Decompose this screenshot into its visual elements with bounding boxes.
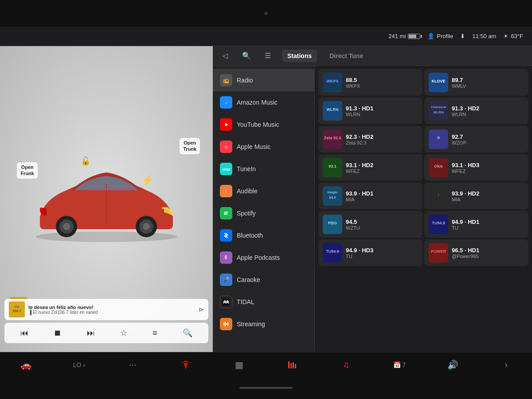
source-item-apple-music[interactable]: ♫Apple Music (213, 136, 314, 158)
source-icon-karaoke: 🎤 (220, 274, 232, 286)
source-item-youtube[interactable]: YouTube Music (213, 113, 314, 136)
station-card-wzop[interactable]: ✡92.7 WZOP (424, 126, 528, 153)
tab-direct-tune[interactable]: Direct Tune (324, 50, 368, 62)
station-card-klove[interactable]: KLOVE89.7 WMLV (424, 69, 528, 96)
svg-text:KLOVE: KLOVE (431, 79, 445, 83)
time-display: 11:50 am (472, 33, 496, 39)
open-frunk-button[interactable]: OpenFrunk (17, 162, 38, 179)
station-card-zeta[interactable]: Zeta 92.392.3 · HD2Zeta 92.3 (318, 126, 422, 153)
source-item-tunein[interactable]: TuneInTuneIn (213, 158, 314, 180)
station-frequency-wkpx: 88.5 (346, 77, 418, 83)
station-thumbnail: ZOL 106.7 (9, 301, 25, 317)
right-panel: ◁ 🔍 ☰ Stations Direct Tune 📻Radio♪Amazon… (213, 46, 532, 352)
source-item-tidal[interactable]: TIDAL (213, 291, 314, 313)
source-label-streaming: Streaming (237, 321, 265, 328)
station-logo-mia-hd2: ♪ (429, 186, 448, 206)
station-card-mia-hd1[interactable]: magic93.993.9 · HD1MIA (318, 183, 422, 209)
taskbar-grid-icon[interactable]: ▦ (231, 357, 247, 373)
cast-icon[interactable]: ⊳ (199, 306, 204, 313)
status-bar: 241 mi 👤 Profile ⬇ 11:50 am ☀ 63°F (0, 27, 532, 46)
source-item-bluetooth[interactable]: Bluetooth (213, 224, 314, 246)
station-info-wlrn-hd2: 91.3 · HD2WLRN (452, 105, 524, 117)
svg-text:Okie: Okie (434, 164, 443, 168)
stop-button[interactable]: ⏹ (50, 327, 65, 340)
next-button[interactable]: ⏭ (83, 327, 98, 340)
station-card-power965[interactable]: POWER96.5 · HD1@Power965 (424, 239, 528, 266)
station-card-mia-hd2[interactable]: ♪93.9 · HD2MIA (424, 183, 528, 209)
open-trunk-button[interactable]: OpenTrunk (180, 138, 200, 154)
station-name-wfez-hd3: WFEZ (452, 168, 524, 174)
media-body: 📻Radio♪Amazon MusicYouTube Music♫Apple M… (213, 66, 532, 352)
source-icon-amazon: ♪ (220, 96, 232, 109)
search-player-button[interactable]: 🔍 (179, 326, 196, 340)
station-frequency-zeta: 92.3 · HD2 (346, 133, 418, 140)
taskbar-apple-music-icon[interactable]: ♫ (338, 357, 354, 373)
tab-stations[interactable]: Stations (282, 50, 317, 62)
svg-text:📻: 📻 (223, 77, 229, 83)
player-controls: ⏮ ⏹ ⏭ ☆ ≡ 🔍 (4, 323, 208, 343)
station-card-tu-hd3[interactable]: TU94.994.9 · HD3TU (318, 239, 422, 266)
station-frequency-wztu: 94.5 (346, 219, 418, 225)
station-frequency-wlrn-hd1: 91.3 · HD1 (346, 105, 418, 112)
station-name-wlrn-hd2: WLRN (452, 112, 524, 117)
taskbar-music-icon[interactable] (285, 357, 301, 373)
station-card-wlrn-hd2[interactable]: ClassicalWLRN91.3 · HD2WLRN (424, 98, 528, 124)
media-list-button[interactable]: ☰ (261, 49, 275, 63)
svg-point-7 (143, 223, 150, 230)
station-card-tu-hd1[interactable]: TU94.994.9 · HD1TU (424, 211, 528, 238)
station-info-wkpx: 88.5 WKPX (346, 77, 418, 89)
station-info-wfez-hd2: 93.1 · HD2WFEZ (346, 162, 418, 174)
station-card-wfez-hd2[interactable]: 93.193.1 · HD2WFEZ (318, 154, 422, 181)
media-header: ◁ 🔍 ☰ Stations Direct Tune (213, 46, 532, 66)
source-icon-spotify (220, 207, 232, 219)
station-frequency-tu-hd1: 94.9 · HD1 (452, 219, 524, 225)
taskbar-lo-icon[interactable]: LO › (71, 357, 87, 373)
download-indicator: ⬇ (460, 33, 465, 39)
svg-rect-34 (226, 323, 227, 325)
source-item-spotify[interactable]: Spotify (213, 202, 314, 224)
station-frequency-wzop: 92.7 (452, 133, 524, 140)
taskbar-car-icon[interactable]: 🚗 (18, 357, 34, 373)
content-area: OpenFrunk OpenTrunk 🔓 ⚡ (0, 46, 532, 352)
station-card-wfez-hd3[interactable]: Okie93.1 · HD3WFEZ (424, 154, 528, 181)
now-playing-title: te desea un feliz año nuevo! (28, 305, 195, 310)
taskbar-calendar-icon[interactable]: 📅 7 (391, 357, 407, 373)
station-frequency-wfez-hd3: 93.1 · HD3 (452, 162, 524, 168)
source-item-audible[interactable]: Audible (213, 180, 314, 202)
taskbar-chevron-right[interactable]: › (498, 357, 514, 373)
source-item-karaoke[interactable]: 🎤Caraoke (213, 269, 314, 291)
source-item-streaming[interactable]: Streaming (213, 313, 314, 335)
svg-text:TuneIn: TuneIn (222, 167, 230, 172)
source-icon-apple-music: ♫ (220, 141, 232, 153)
prev-button[interactable]: ⏮ (17, 327, 32, 340)
equalizer-button[interactable]: ≡ (149, 327, 161, 340)
media-back-icon[interactable]: ◁ (218, 49, 232, 63)
charging-icon: ⚡ (141, 175, 153, 186)
station-info-wfez-hd3: 93.1 · HD3WFEZ (452, 162, 524, 174)
station-card-wlrn-hd1[interactable]: WLRN91.3 · HD1WLRN (318, 98, 422, 124)
svg-rect-33 (225, 322, 226, 326)
download-icon: ⬇ (460, 33, 465, 39)
source-icon-audible (220, 185, 232, 197)
svg-rect-66 (288, 361, 289, 368)
station-logo-wfez-hd2: 93.1 (323, 158, 342, 177)
taskbar-volume-icon[interactable]: 🔊 (445, 357, 461, 373)
station-card-wkpx[interactable]: WKPX88.5 WKPX (318, 69, 422, 96)
media-search-button[interactable]: 🔍 (239, 49, 254, 63)
profile-button[interactable]: 👤 Profile (427, 33, 453, 39)
station-frequency-wlrn-hd2: 91.3 · HD2 (452, 105, 524, 112)
source-item-amazon[interactable]: ♪Amazon Music (213, 91, 314, 113)
source-item-radio[interactable]: 📻Radio (213, 69, 314, 91)
taskbar-tesla-icon[interactable] (178, 357, 194, 373)
source-item-podcasts[interactable]: 🎙Apple Podcasts (213, 246, 314, 269)
source-icon-tunein: TuneIn (220, 163, 232, 175)
station-card-wztu[interactable]: RBG94.5 WZTU (318, 211, 422, 238)
station-name-mia-hd2: MIA (452, 197, 524, 202)
taskbar-more-icon[interactable]: ··· (125, 357, 141, 373)
lock-icon[interactable]: 🔓 (81, 156, 90, 166)
screen: 241 mi 👤 Profile ⬇ 11:50 am ☀ 63°F OpenF… (0, 27, 532, 377)
favorite-button[interactable]: ☆ (117, 326, 131, 340)
svg-text:93.1: 93.1 (329, 164, 336, 168)
svg-text:WKPX: WKPX (327, 79, 339, 83)
svg-rect-69 (295, 364, 296, 368)
